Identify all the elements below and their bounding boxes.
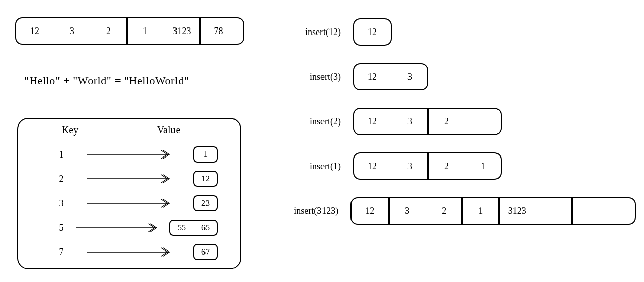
arrow-right-icon (76, 197, 189, 209)
array-cell-empty (535, 198, 571, 224)
hash-key: 5 (46, 223, 76, 233)
insert-step-label: insert(2) (270, 116, 341, 127)
insert-step: insert(3123)123213123 (270, 197, 636, 225)
hash-arrow (76, 197, 189, 209)
hash-table-row: 212 (25, 171, 233, 187)
eq-op-plus: + (63, 74, 70, 87)
hash-table-row: 767 (25, 244, 233, 260)
hash-value-box: 12 (193, 171, 218, 187)
eq-op-equals: = (114, 74, 121, 87)
hash-key: 3 (46, 198, 76, 209)
arrow-right-icon (76, 222, 165, 234)
array-cell: 3 (391, 64, 427, 89)
hash-key: 2 (46, 174, 76, 184)
insert-step-array: 12321 (353, 152, 502, 180)
hash-value-box: 23 (193, 195, 218, 211)
header-key-label: Key (31, 124, 109, 136)
array-cell: 1 (461, 198, 498, 224)
eq-lhs1: "Hello" (24, 74, 60, 87)
string-concat-equation: "Hello" + "World" = "HelloWorld" (24, 74, 189, 87)
hash-value-cell: 67 (194, 245, 217, 259)
insert-step: insert(12)12 (270, 18, 636, 46)
hash-key: 7 (46, 247, 76, 258)
array-cell: 78 (199, 18, 236, 44)
insert-step-label: insert(12) (270, 27, 341, 38)
array-cell: 3123 (498, 198, 535, 224)
hash-value-cell: 23 (194, 196, 217, 210)
hash-table-row: 11 (25, 146, 233, 163)
arrow-right-icon (76, 246, 189, 258)
array-cell: 2 (427, 153, 464, 179)
hash-value-cell: 55 (170, 221, 193, 235)
hash-value-cell: 1 (194, 147, 217, 162)
array-cell: 2 (427, 109, 464, 134)
array-cell: 12 (354, 153, 391, 179)
hash-table-rows: 1121232355565767 (25, 146, 233, 260)
array-cell-empty (608, 198, 636, 224)
insert-step-array: 1232 (353, 108, 502, 135)
hash-table-row: 323 (25, 195, 233, 211)
array-cell-empty (464, 109, 501, 134)
arrow-right-icon (76, 148, 189, 161)
array-cell: 12 (354, 64, 391, 89)
insert-step-label: insert(3) (270, 72, 341, 82)
array-cell: 2 (425, 198, 461, 224)
array-cell: 12 (352, 198, 388, 224)
hash-key: 1 (46, 149, 76, 160)
eq-rhs: "HelloWorld" (124, 74, 189, 87)
hash-table-container: Key Value 1121232355565767 (17, 118, 241, 269)
header-value-label: Value (109, 124, 228, 136)
array-cell: 12 (354, 19, 391, 45)
hash-value-cell: 65 (193, 221, 217, 235)
array-cell: 12 (16, 18, 53, 44)
array-cell: 3 (53, 18, 90, 44)
hash-value-box: 67 (193, 244, 218, 260)
diagram-root: 12321312378 "Hello" + "World" = "HelloWo… (10, 8, 634, 272)
hash-table: Key Value 1121232355565767 (17, 118, 241, 269)
hash-table-row: 55565 (25, 220, 233, 236)
array-cell-empty (571, 198, 608, 224)
insert-step-array: 123 (353, 63, 428, 90)
hash-value-cell: 12 (194, 172, 217, 186)
insert-step-array: 12 (353, 18, 392, 46)
array-cell: 1 (126, 18, 163, 44)
array-cell: 3 (391, 109, 427, 134)
array-cell: 12 (354, 109, 391, 134)
insert-step: insert(3)123 (270, 63, 636, 90)
hash-table-header: Key Value (25, 124, 233, 139)
insert-steps-column: insert(12)12insert(3)123insert(2)1232ins… (270, 18, 636, 242)
array-cell: 2 (90, 18, 126, 44)
array-cell: 3 (388, 198, 425, 224)
insert-step: insert(2)1232 (270, 108, 636, 135)
insert-step-label: insert(3123) (270, 206, 338, 216)
hash-value-box: 1 (193, 146, 218, 163)
hash-arrow (76, 173, 189, 185)
array-cell: 1 (464, 153, 501, 179)
top-array-container: 12321312378 (15, 17, 244, 45)
arrow-right-icon (76, 173, 189, 185)
eq-lhs2: "World" (73, 74, 111, 87)
insert-step-array: 123213123 (350, 197, 636, 225)
insert-step-label: insert(1) (270, 161, 341, 172)
top-array: 12321312378 (15, 17, 244, 45)
hash-arrow (76, 222, 165, 234)
hash-value-box: 5565 (169, 220, 218, 236)
insert-step: insert(1)12321 (270, 152, 636, 180)
array-cell: 3 (391, 153, 427, 179)
hash-arrow (76, 148, 189, 161)
hash-arrow (76, 246, 189, 258)
array-cell: 3123 (163, 18, 199, 44)
